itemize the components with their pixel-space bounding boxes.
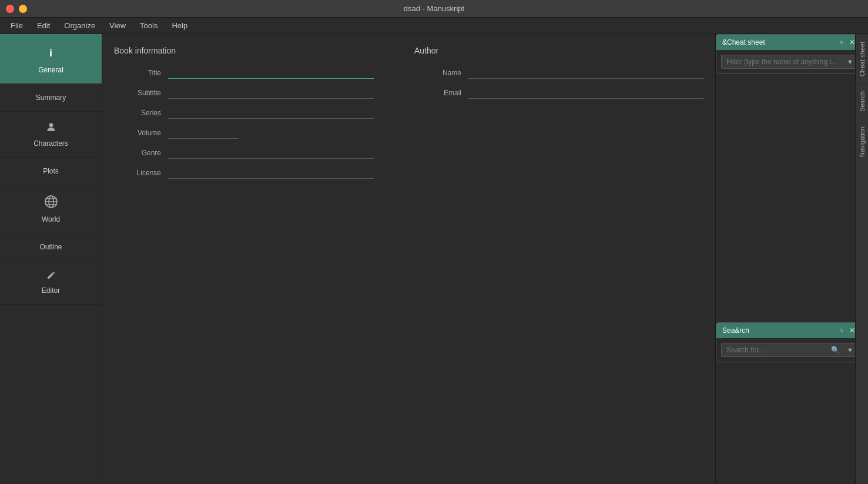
- traffic-lights: [6, 5, 27, 13]
- subtitle-row: Subtitle: [114, 87, 379, 99]
- subtitle-input[interactable]: [168, 87, 374, 99]
- general-label: General: [38, 66, 63, 74]
- series-input[interactable]: [168, 107, 374, 119]
- search-controls: ○ ✕: [838, 326, 856, 335]
- app-title: dsad - Manuskript: [404, 4, 464, 13]
- volume-input[interactable]: [168, 127, 239, 139]
- menu-tools[interactable]: Tools: [134, 19, 163, 32]
- author-name-input[interactable]: [468, 67, 703, 79]
- series-label: Series: [114, 109, 161, 117]
- vertical-tab-navigation[interactable]: Navigation: [856, 119, 868, 164]
- person-icon: [45, 121, 57, 136]
- titlebar: dsad - Manuskript: [0, 0, 868, 18]
- sidebar: i General Summary Characters Plots: [0, 34, 102, 484]
- sidebar-item-summary[interactable]: Summary: [0, 84, 102, 112]
- sidebar-item-plots[interactable]: Plots: [0, 158, 102, 185]
- search-input[interactable]: [722, 343, 827, 356]
- cheat-sheet-filter-row: ▼: [721, 55, 857, 69]
- title-input[interactable]: [168, 67, 374, 79]
- summary-label: Summary: [36, 94, 66, 102]
- minimize-button[interactable]: [19, 5, 27, 13]
- volume-label: Volume: [114, 129, 161, 137]
- book-info-form: Book information Title Subtitle Series V…: [114, 46, 703, 187]
- menu-help[interactable]: Help: [166, 19, 193, 32]
- outline-label: Outline: [39, 243, 62, 251]
- search-header: Sea&rch ○ ✕: [716, 323, 862, 338]
- license-label: License: [114, 169, 161, 177]
- search-float-btn[interactable]: ○: [838, 326, 844, 335]
- cheat-sheet-header: &Cheat sheet ○ ✕: [716, 35, 862, 50]
- right-panel: &Cheat sheet ○ ✕ ▼ Sea&rch ○ ✕: [715, 34, 868, 484]
- author-column: Author Name Email: [414, 46, 703, 187]
- plots-label: Plots: [43, 167, 59, 175]
- cheat-sheet-title: &Cheat sheet: [722, 38, 765, 46]
- svg-point-0: [49, 123, 53, 127]
- search-icon[interactable]: 🔍: [827, 345, 843, 355]
- content-area: Book information Title Subtitle Series V…: [102, 34, 715, 484]
- title-label: Title: [114, 69, 161, 77]
- info-icon: i: [42, 44, 61, 62]
- cheat-sheet-panel: &Cheat sheet ○ ✕ ▼: [716, 34, 863, 74]
- characters-label: Characters: [33, 139, 68, 148]
- title-row: Title: [114, 67, 379, 79]
- license-input[interactable]: [168, 167, 374, 179]
- volume-row: Volume: [114, 127, 379, 139]
- menubar: File Edit Organize View Tools Help: [0, 18, 868, 34]
- series-row: Series: [114, 107, 379, 119]
- vertical-tabs: Cheat sheet Search Navigation: [855, 34, 868, 484]
- sidebar-item-outline[interactable]: Outline: [0, 233, 102, 261]
- sidebar-item-characters[interactable]: Characters: [0, 112, 102, 158]
- sidebar-item-editor[interactable]: Editor: [0, 261, 102, 305]
- cheat-sheet-body: ▼: [716, 50, 862, 74]
- book-info-column: Book information Title Subtitle Series V…: [114, 46, 379, 187]
- search-body: 🔍 ▼: [716, 338, 862, 362]
- author-name-row: Name: [414, 67, 703, 79]
- world-label: World: [42, 215, 60, 223]
- license-row: License: [114, 167, 379, 179]
- sidebar-item-general[interactable]: i General: [0, 34, 102, 84]
- search-panel: Sea&rch ○ ✕ 🔍 ▼: [716, 322, 863, 362]
- pencil-icon: [46, 271, 56, 283]
- author-email-row: Email: [414, 87, 703, 99]
- menu-organize[interactable]: Organize: [58, 19, 101, 32]
- author-name-label: Name: [414, 69, 461, 77]
- globe-icon: [44, 195, 58, 212]
- search-input-row: 🔍 ▼: [721, 343, 857, 357]
- close-button[interactable]: [6, 5, 14, 13]
- editor-label: Editor: [42, 286, 60, 295]
- genre-label: Genre: [114, 149, 161, 157]
- menu-view[interactable]: View: [103, 19, 132, 32]
- vertical-tab-search[interactable]: Search: [856, 84, 868, 119]
- search-title: Sea&rch: [722, 326, 749, 335]
- author-title: Author: [414, 46, 703, 55]
- subtitle-label: Subtitle: [114, 89, 161, 97]
- vertical-tab-cheatsheet[interactable]: Cheat sheet: [856, 34, 868, 84]
- genre-row: Genre: [114, 147, 379, 159]
- menu-edit[interactable]: Edit: [31, 19, 56, 32]
- cheat-sheet-filter-input[interactable]: [722, 55, 843, 68]
- genre-input[interactable]: [168, 147, 374, 159]
- author-email-label: Email: [414, 89, 461, 97]
- cheat-sheet-controls: ○ ✕: [838, 38, 856, 46]
- sidebar-item-world[interactable]: World: [0, 185, 102, 233]
- main-layout: i General Summary Characters Plots: [0, 34, 868, 484]
- author-email-input[interactable]: [468, 87, 703, 99]
- menu-file[interactable]: File: [5, 19, 29, 32]
- book-info-title: Book information: [114, 46, 379, 55]
- cheat-sheet-float-btn[interactable]: ○: [838, 38, 844, 46]
